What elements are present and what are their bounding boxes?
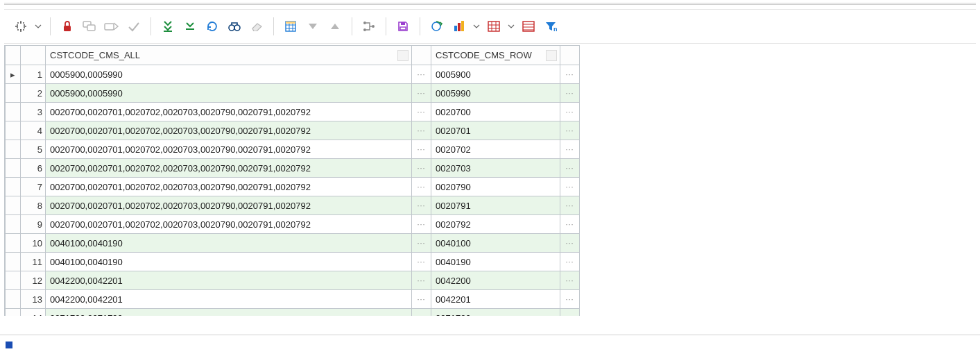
table-view-dropdown[interactable] bbox=[506, 23, 516, 30]
cell-ellipsis-button[interactable]: ··· bbox=[560, 178, 580, 196]
table-row[interactable]: 70020700,0020701,0020702,0020703,0020790… bbox=[6, 178, 580, 196]
cell-cstcode-all[interactable]: 0005900,0005990 bbox=[46, 65, 412, 84]
cell-ellipsis-button[interactable]: ··· bbox=[412, 103, 431, 121]
table-view-button[interactable] bbox=[484, 17, 504, 36]
tree-button[interactable] bbox=[359, 17, 379, 36]
single-record-button[interactable] bbox=[519, 17, 538, 36]
cell-ellipsis-button[interactable]: ··· bbox=[560, 103, 580, 121]
column-sort-icon[interactable] bbox=[546, 50, 557, 61]
filter-button[interactable]: n bbox=[541, 17, 560, 36]
cell-cstcode-row[interactable]: 0020792 bbox=[431, 215, 560, 234]
cell-cstcode-row[interactable]: 0020702 bbox=[431, 140, 560, 159]
column-header-row[interactable]: CSTCODE_CMS_ROW bbox=[431, 46, 560, 65]
cell-cstcode-row[interactable]: 0020701 bbox=[431, 121, 560, 140]
cell-ellipsis-button[interactable]: ··· bbox=[412, 290, 431, 309]
refresh-button[interactable] bbox=[203, 17, 222, 36]
table-row[interactable]: 90020700,0020701,0020702,0020703,0020790… bbox=[6, 215, 580, 234]
fetch-all-button[interactable] bbox=[158, 17, 178, 36]
cell-ellipsis-button[interactable]: ··· bbox=[412, 234, 431, 253]
cell-cstcode-row[interactable]: 0020703 bbox=[431, 159, 560, 178]
cell-cstcode-all[interactable]: 0020700,0020701,0020702,0020703,0020790,… bbox=[46, 103, 412, 121]
cell-ellipsis-button[interactable]: ··· bbox=[412, 271, 431, 290]
cell-ellipsis-button[interactable]: ··· bbox=[412, 84, 431, 103]
clone-row-button[interactable] bbox=[80, 17, 99, 36]
cell-ellipsis-button[interactable]: ··· bbox=[412, 215, 431, 234]
cell-ellipsis-button[interactable]: ··· bbox=[412, 309, 431, 317]
cell-cstcode-all[interactable]: 0042200,0042201 bbox=[46, 290, 412, 309]
reload-button[interactable] bbox=[427, 17, 447, 36]
table-row[interactable]: 130042200,0042201···0042201··· bbox=[6, 290, 580, 309]
cell-cstcode-all[interactable]: 0020700,0020701,0020702,0020703,0020790,… bbox=[46, 140, 412, 159]
cell-cstcode-row[interactable]: 0020700 bbox=[431, 103, 560, 121]
data-grid[interactable]: CSTCODE_CMS_ALL CSTCODE_CMS_ROW ▸1000590… bbox=[4, 45, 976, 316]
cell-ellipsis-button[interactable]: ··· bbox=[412, 253, 431, 271]
cell-ellipsis-button[interactable]: ··· bbox=[412, 159, 431, 178]
column-sort-icon[interactable] bbox=[397, 50, 409, 61]
cell-ellipsis-button[interactable]: ··· bbox=[560, 215, 580, 234]
cell-ellipsis-button[interactable]: ··· bbox=[560, 121, 580, 140]
table-row[interactable]: 110040100,0040190···0040190··· bbox=[6, 253, 580, 271]
cell-ellipsis-button[interactable]: ··· bbox=[412, 121, 431, 140]
svg-text:n: n bbox=[553, 26, 557, 33]
table-row[interactable]: 60020700,0020701,0020702,0020703,0020790… bbox=[6, 159, 580, 178]
cell-cstcode-row[interactable]: 0042201 bbox=[431, 290, 560, 309]
cell-cstcode-all[interactable]: 0020700,0020701,0020702,0020703,0020790,… bbox=[46, 178, 412, 196]
cell-cstcode-row[interactable]: 0040100 bbox=[431, 234, 560, 253]
cell-cstcode-row[interactable]: 0071700 bbox=[431, 309, 560, 317]
table-row[interactable]: 80020700,0020701,0020702,0020703,0020790… bbox=[6, 196, 580, 215]
cell-cstcode-row[interactable]: 0020791 bbox=[431, 196, 560, 215]
cell-ellipsis-button[interactable]: ··· bbox=[560, 84, 580, 103]
table-row[interactable]: 40020700,0020701,0020702,0020703,0020790… bbox=[6, 121, 580, 140]
cell-cstcode-row[interactable]: 0005900 bbox=[431, 65, 560, 84]
sort-asc-button[interactable] bbox=[325, 17, 345, 36]
fetch-next-button[interactable] bbox=[180, 17, 200, 36]
cell-ellipsis-button[interactable]: ··· bbox=[560, 159, 580, 178]
cell-ellipsis-button[interactable]: ··· bbox=[560, 253, 580, 271]
chart-button[interactable] bbox=[449, 17, 469, 36]
lock-button[interactable] bbox=[58, 17, 77, 36]
table-row[interactable]: 20005900,0005990···0005990··· bbox=[6, 84, 580, 103]
cell-ellipsis-button[interactable]: ··· bbox=[412, 178, 431, 196]
cell-ellipsis-button[interactable]: ··· bbox=[560, 271, 580, 290]
cell-cstcode-all[interactable]: 0020700,0020701,0020702,0020703,0020790,… bbox=[46, 121, 412, 140]
grid-tool-button[interactable] bbox=[281, 17, 300, 36]
fit-window-button[interactable] bbox=[11, 17, 31, 36]
cell-cstcode-row[interactable]: 0005990 bbox=[431, 84, 560, 103]
cell-ellipsis-button[interactable]: ··· bbox=[560, 234, 580, 253]
table-row[interactable]: 140071700,0071790···0071700··· bbox=[6, 309, 580, 317]
cell-cstcode-all[interactable]: 0020700,0020701,0020702,0020703,0020790,… bbox=[46, 159, 412, 178]
cell-cstcode-all[interactable]: 0020700,0020701,0020702,0020703,0020790,… bbox=[46, 215, 412, 234]
table-row[interactable]: 100040100,0040190···0040100··· bbox=[6, 234, 580, 253]
cell-ellipsis-button[interactable]: ··· bbox=[560, 65, 580, 84]
cell-cstcode-all[interactable]: 0040100,0040190 bbox=[46, 234, 412, 253]
find-button[interactable] bbox=[225, 17, 244, 36]
cell-ellipsis-button[interactable]: ··· bbox=[560, 140, 580, 159]
cell-cstcode-all[interactable]: 0040100,0040190 bbox=[46, 253, 412, 271]
row-number: 6 bbox=[21, 159, 46, 178]
save-button[interactable] bbox=[393, 17, 413, 36]
cell-cstcode-row[interactable]: 0040190 bbox=[431, 253, 560, 271]
eraser-button[interactable] bbox=[247, 17, 266, 36]
paste-row-button[interactable] bbox=[102, 17, 121, 36]
table-row[interactable]: 30020700,0020701,0020702,0020703,0020790… bbox=[6, 103, 580, 121]
cell-ellipsis-button[interactable]: ··· bbox=[560, 309, 580, 317]
cell-ellipsis-button[interactable]: ··· bbox=[412, 65, 431, 84]
chart-dropdown[interactable] bbox=[472, 23, 481, 30]
cell-ellipsis-button[interactable]: ··· bbox=[560, 196, 580, 215]
cell-cstcode-all[interactable]: 0020700,0020701,0020702,0020703,0020790,… bbox=[46, 196, 412, 215]
cell-cstcode-all[interactable]: 0042200,0042201 bbox=[46, 271, 412, 290]
table-row[interactable]: ▸10005900,0005990···0005900··· bbox=[6, 65, 580, 84]
cell-cstcode-all[interactable]: 0005900,0005990 bbox=[46, 84, 412, 103]
cell-ellipsis-button[interactable]: ··· bbox=[412, 196, 431, 215]
fit-window-dropdown[interactable] bbox=[33, 23, 43, 30]
cell-cstcode-all[interactable]: 0071700,0071790 bbox=[46, 309, 412, 317]
table-row[interactable]: 120042200,0042201···0042200··· bbox=[6, 271, 580, 290]
commit-button[interactable] bbox=[124, 17, 144, 36]
cell-ellipsis-button[interactable]: ··· bbox=[412, 140, 431, 159]
cell-cstcode-row[interactable]: 0042200 bbox=[431, 271, 560, 290]
cell-ellipsis-button[interactable]: ··· bbox=[560, 290, 580, 309]
sort-desc-button[interactable] bbox=[303, 17, 323, 36]
column-header-all[interactable]: CSTCODE_CMS_ALL bbox=[46, 46, 412, 65]
table-row[interactable]: 50020700,0020701,0020702,0020703,0020790… bbox=[6, 140, 580, 159]
cell-cstcode-row[interactable]: 0020790 bbox=[431, 178, 560, 196]
